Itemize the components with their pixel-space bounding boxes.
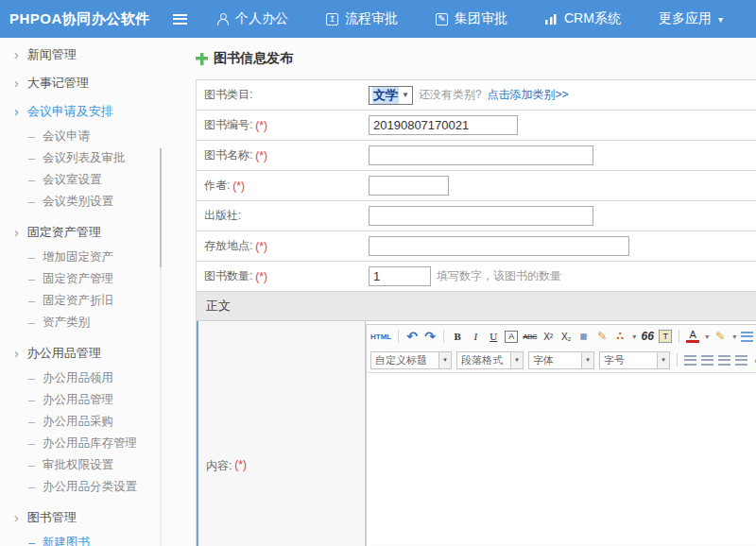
spray-color-icon[interactable]: ∴ bbox=[613, 329, 627, 344]
bold-button[interactable]: B bbox=[451, 329, 464, 344]
ordered-list-icon[interactable] bbox=[741, 332, 753, 342]
custom-title-select[interactable]: 自定义标题▾ bbox=[370, 351, 452, 369]
paste-text-button[interactable]: T bbox=[659, 330, 672, 343]
form-row-publisher: 出版社: bbox=[197, 201, 756, 231]
required-mark: (*) bbox=[234, 458, 247, 471]
dash-icon: – bbox=[28, 130, 35, 144]
chevron-right-icon: › bbox=[14, 347, 19, 360]
format-brush-icon[interactable]: ✎ bbox=[595, 329, 609, 344]
sidebar-sub-item[interactable]: –会议列表及审批 bbox=[0, 147, 170, 169]
caret-down-icon[interactable]: ▾ bbox=[705, 333, 709, 341]
align-right-icon[interactable] bbox=[718, 355, 730, 366]
caret-down-icon[interactable]: ▾ bbox=[732, 333, 736, 341]
required-mark: (*) bbox=[255, 240, 267, 253]
field-label: 存放地点: bbox=[204, 238, 252, 254]
sidebar-sub-item[interactable]: –资产类别 bbox=[0, 312, 170, 333]
sidebar-scrollbar-thumb[interactable] bbox=[160, 148, 162, 267]
subscript-button[interactable]: X₂ bbox=[559, 329, 573, 344]
superscript-button[interactable]: X² bbox=[541, 329, 555, 344]
chevron-right-icon: › bbox=[14, 511, 19, 524]
sidebar-sub-item[interactable]: –办公用品采购 bbox=[0, 411, 170, 433]
sidebar-sub-item[interactable]: –会议室设置 bbox=[0, 169, 170, 191]
main-content: 图书信息发布 图书类目: 文学 ▼ 还没有类别? 点击添加类别>> 图书编号 bbox=[170, 38, 756, 546]
nav-label: CRM系统 bbox=[564, 10, 621, 27]
sidebar-item-memorabilia[interactable]: ›大事记管理 bbox=[0, 69, 170, 97]
sidebar-item-books[interactable]: ›图书管理 bbox=[0, 503, 170, 532]
menu-toggle-icon[interactable] bbox=[173, 14, 187, 25]
form-row-author: 作者:(*) bbox=[197, 171, 756, 201]
autotypeset-button[interactable]: A bbox=[505, 331, 518, 343]
sidebar-sub-item[interactable]: –会议申请 bbox=[0, 126, 170, 147]
chevron-right-icon: › bbox=[14, 105, 19, 118]
field-label: 图书类目: bbox=[204, 87, 252, 103]
editor-toolbar-row2: 自定义标题▾ 段落格式▾ 字体▾ 字号▾ ∞ ∞ bbox=[367, 348, 756, 372]
book-name-input[interactable] bbox=[369, 145, 593, 165]
font-color-button[interactable]: A bbox=[686, 330, 699, 343]
nav-more-apps[interactable]: 更多应用 ▾ bbox=[659, 10, 723, 27]
publisher-input[interactable] bbox=[369, 206, 593, 226]
select-caret-icon: ▾ bbox=[658, 351, 670, 369]
location-input[interactable] bbox=[369, 236, 629, 256]
strikethrough-button[interactable]: ABC bbox=[523, 329, 537, 344]
sidebar-item-meeting[interactable]: ›会议申请及安排 bbox=[0, 97, 170, 126]
align-justify-icon[interactable] bbox=[735, 355, 747, 366]
form-row-quantity: 图书数量:(*) 填写数字，该图书的数量 bbox=[197, 262, 756, 292]
select-caret-icon: ▾ bbox=[439, 351, 452, 369]
nav-group-approval[interactable]: ✎ 集团审批 bbox=[436, 10, 507, 27]
nav-label: 个人办公 bbox=[235, 10, 288, 27]
sidebar-sub-item[interactable]: –增加固定资产 bbox=[0, 247, 170, 268]
sidebar-item-fixed-assets[interactable]: ›固定资产管理 bbox=[0, 218, 170, 247]
editor-canvas[interactable] bbox=[367, 372, 756, 545]
nav-process-approval[interactable]: ↥ 流程审批 bbox=[326, 10, 398, 27]
sidebar-item-office-supplies[interactable]: ›办公用品管理 bbox=[0, 339, 170, 367]
sidebar-sub-item[interactable]: –办公用品分类设置 bbox=[0, 476, 170, 498]
font-size-select[interactable]: 字号▾ bbox=[599, 351, 670, 369]
caret-down-icon[interactable]: ▾ bbox=[632, 333, 636, 341]
sidebar-sub-item-new-book[interactable]: –新建图书 bbox=[0, 532, 170, 546]
chevron-right-icon: › bbox=[14, 77, 19, 90]
font-family-select[interactable]: 字体▾ bbox=[528, 351, 594, 369]
sidebar-sub-item[interactable]: –办公用品领用 bbox=[0, 367, 170, 389]
form-row-category: 图书类目: 文学 ▼ 还没有类别? 点击添加类别>> bbox=[197, 80, 756, 111]
form-row-content: 内容:(*) HTML ↶ ↷ B I bbox=[197, 321, 756, 546]
undo-button[interactable]: ↶ bbox=[405, 329, 419, 344]
align-left-icon[interactable] bbox=[684, 355, 696, 366]
nav-personal-office[interactable]: 个人办公 bbox=[217, 10, 288, 27]
remove-format-icon[interactable]: ◆ bbox=[575, 326, 594, 346]
sidebar-sub-item[interactable]: –固定资产管理 bbox=[0, 268, 170, 290]
app-logo: PHPOA协同办公软件 bbox=[0, 10, 170, 28]
highlight-color-button[interactable]: ✎ bbox=[713, 329, 727, 344]
app-window: PHPOA协同办公软件 个人办公 ↥ 流程审批 ✎ 集团审批 CRM系统 更多应… bbox=[0, 0, 756, 546]
field-label: 内容: bbox=[206, 458, 232, 474]
italic-button[interactable]: I bbox=[469, 329, 482, 344]
blockquote-button[interactable]: 66 bbox=[641, 329, 654, 344]
sidebar-sub-item[interactable]: –固定资产折旧 bbox=[0, 290, 170, 312]
required-mark: (*) bbox=[232, 179, 245, 193]
dash-icon: – bbox=[28, 437, 35, 451]
nav-crm-system[interactable]: CRM系统 bbox=[545, 10, 621, 27]
paragraph-format-select[interactable]: 段落格式▾ bbox=[456, 351, 524, 369]
author-input[interactable] bbox=[369, 176, 449, 196]
sidebar: ›新闻管理 ›大事记管理 ›会议申请及安排 –会议申请 –会议列表及审批 –会议… bbox=[0, 38, 170, 546]
sidebar-sub-item[interactable]: –办公用品管理 bbox=[0, 389, 170, 411]
sidebar-sub-item[interactable]: –办公用品库存管理 bbox=[0, 433, 170, 454]
plus-icon bbox=[196, 53, 208, 65]
align-center-icon[interactable] bbox=[701, 355, 713, 366]
select-caret-icon: ▾ bbox=[511, 351, 524, 369]
quantity-input[interactable] bbox=[369, 266, 431, 286]
redo-button[interactable]: ↷ bbox=[423, 329, 437, 344]
book-number-input[interactable] bbox=[369, 115, 518, 135]
dash-icon: – bbox=[28, 273, 35, 286]
dash-icon: – bbox=[28, 394, 35, 407]
nav-label: 更多应用 bbox=[659, 10, 712, 27]
user-icon bbox=[217, 13, 229, 25]
sidebar-sub-item[interactable]: –会议类别设置 bbox=[0, 191, 170, 213]
underline-button[interactable]: U bbox=[487, 329, 500, 344]
sidebar-item-news[interactable]: ›新闻管理 bbox=[0, 41, 170, 69]
sidebar-sub-item[interactable]: –审批权限设置 bbox=[0, 454, 170, 476]
rich-text-editor: HTML ↶ ↷ B I U A ABC X² bbox=[366, 321, 756, 546]
html-source-button[interactable]: HTML bbox=[370, 329, 391, 344]
insert-link-icon[interactable]: ∞ bbox=[752, 352, 756, 367]
category-select[interactable]: 文学 ▼ bbox=[369, 86, 413, 105]
add-category-link[interactable]: 点击添加类别>> bbox=[488, 87, 569, 103]
